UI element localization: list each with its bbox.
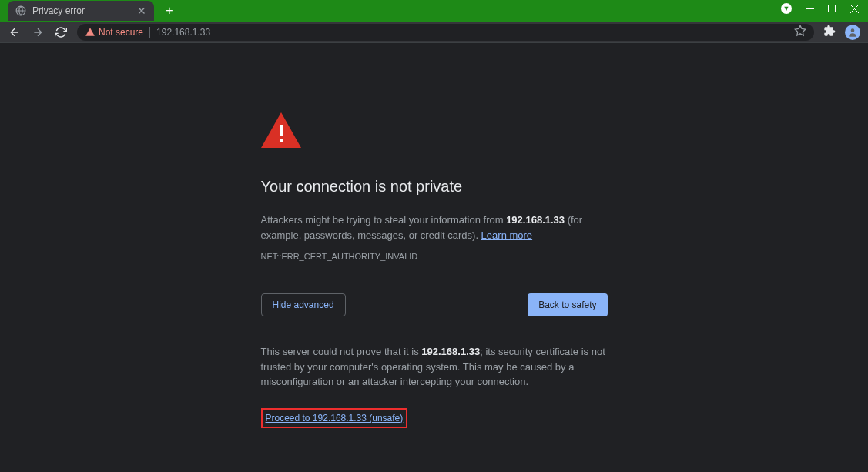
svg-rect-5 [280,125,283,136]
svg-rect-2 [829,5,836,12]
hide-advanced-button[interactable]: Hide advanced [261,293,346,316]
window-controls: ▼ [781,0,868,22]
svg-rect-1 [806,8,814,9]
toolbar-icons [823,25,860,40]
globe-icon [15,5,26,16]
svg-point-4 [851,28,855,32]
back-to-safety-button[interactable]: Back to safety [528,293,607,316]
error-container: Your connection is not private Attackers… [261,112,608,428]
tab-title: Privacy error [32,5,131,16]
error-code: NET::ERR_CERT_AUTHORITY_INVALID [261,252,608,261]
svg-rect-6 [280,139,283,142]
extensions-icon[interactable] [823,25,836,40]
reload-button[interactable] [54,25,68,39]
close-tab-icon[interactable]: ✕ [137,5,146,17]
window-titlebar: Privacy error ✕ + ▼ [0,0,868,22]
profile-avatar[interactable] [845,25,860,40]
update-indicator-icon[interactable]: ▼ [781,3,792,14]
new-tab-button[interactable]: + [160,2,179,20]
address-bar[interactable]: Not secure 192.168.1.33 [77,24,814,41]
browser-toolbar: Not secure 192.168.1.33 [0,22,868,43]
button-row: Hide advanced Back to safety [261,293,608,316]
proceed-unsafe-link[interactable]: Proceed to 192.168.1.33 (unsafe) [261,408,408,428]
forward-button[interactable] [31,25,45,39]
learn-more-link[interactable]: Learn more [481,229,532,241]
advanced-text: This server could not prove that it is 1… [261,344,608,390]
close-window-icon[interactable] [850,5,859,13]
bookmark-star-icon[interactable] [794,25,806,39]
error-body: Attackers might be trying to steal your … [261,213,608,243]
url-text: 192.168.1.33 [156,27,788,38]
security-indicator[interactable]: Not secure [85,27,150,38]
minimize-icon[interactable] [806,5,814,13]
back-button[interactable] [8,25,22,39]
svg-marker-3 [795,25,805,35]
tabs-area: Privacy error ✕ + [8,0,179,22]
maximize-icon[interactable] [828,5,836,13]
security-label: Not secure [99,27,143,38]
warning-triangle-icon [261,112,608,151]
error-title: Your connection is not private [261,178,608,196]
page-content: Your connection is not private Attackers… [0,43,868,428]
browser-tab[interactable]: Privacy error ✕ [8,1,154,21]
warning-triangle-icon [85,27,96,38]
